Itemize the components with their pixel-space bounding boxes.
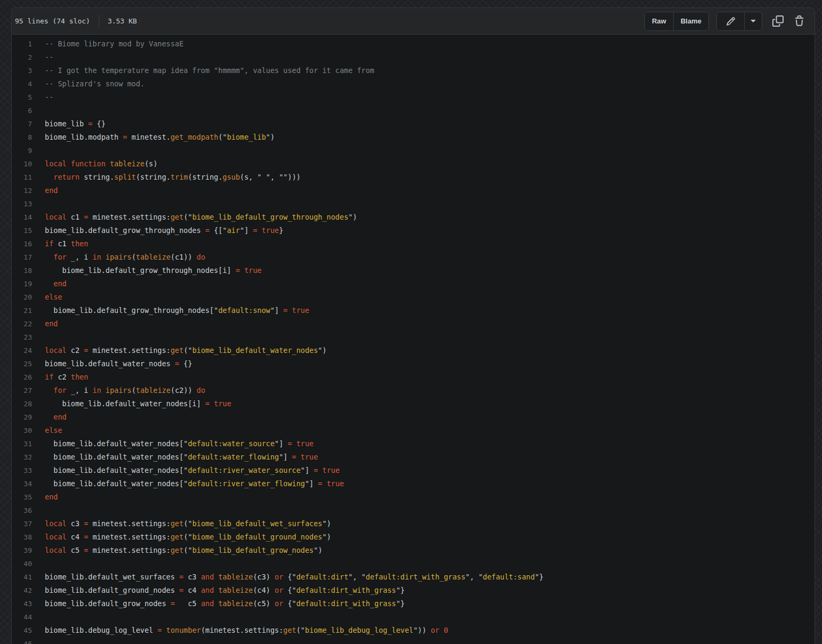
line-number[interactable]: 2 — [12, 51, 32, 64]
line-number[interactable]: 14 — [12, 211, 32, 224]
code-line: 25biome_lib.default_water_nodes = {} — [12, 357, 815, 371]
code-line: 4-- Splizard's snow mod. — [12, 77, 815, 91]
code-line: 42biome_lib.default_ground_nodes = c4 an… — [12, 584, 815, 597]
file-header: 95 lines (74 sloc) 3.53 KB Raw Blame — [12, 8, 815, 35]
code-line: 14local c1 = minetest.settings:get("biom… — [12, 211, 815, 224]
code-line: 41biome_lib.default_wet_surfaces = c3 an… — [12, 570, 815, 584]
line-number[interactable]: 3 — [12, 64, 32, 77]
edit-group — [716, 12, 762, 31]
line-content: for _, i in ipairs(tableize(c2)) do — [45, 384, 205, 397]
line-number[interactable]: 31 — [12, 437, 32, 450]
code-line: 12end — [12, 184, 815, 197]
line-number[interactable]: 17 — [12, 251, 32, 264]
code-line: 39local c5 = minetest.settings:get("biom… — [12, 544, 815, 557]
line-content: -- — [45, 51, 53, 64]
code-line: 7biome_lib = {} — [12, 117, 815, 131]
code-line: 44 — [12, 610, 815, 624]
line-number[interactable]: 24 — [12, 344, 32, 357]
line-number[interactable]: 12 — [12, 184, 32, 197]
line-content: local c4 = minetest.settings:get("biome_… — [45, 530, 331, 544]
line-content: biome_lib.default_water_nodes["default:r… — [45, 464, 340, 477]
line-number[interactable]: 6 — [12, 104, 32, 117]
line-number[interactable]: 43 — [12, 597, 32, 610]
line-number[interactable]: 8 — [12, 131, 32, 144]
code-line: 21 biome_lib.default_grow_through_nodes[… — [12, 304, 815, 317]
line-content: local c2 = minetest.settings:get("biome_… — [45, 344, 326, 357]
code-line: 37local c3 = minetest.settings:get("biom… — [12, 517, 815, 530]
line-number[interactable]: 33 — [12, 464, 32, 477]
line-number[interactable]: 21 — [12, 304, 32, 317]
line-content: biome_lib.default_water_nodes["default:w… — [45, 450, 318, 464]
line-content: end — [45, 277, 67, 291]
code-view: 1-- Biome library mod by VanessaE2--3-- … — [12, 35, 815, 644]
line-number[interactable]: 25 — [12, 357, 32, 371]
code-line: 43biome_lib.default_grow_nodes = c5 and … — [12, 597, 815, 610]
raw-button[interactable]: Raw — [645, 12, 673, 30]
line-number[interactable]: 29 — [12, 410, 32, 424]
line-number[interactable]: 40 — [12, 557, 32, 570]
chevron-down-icon — [751, 20, 756, 22]
code-line: 5-- — [12, 91, 815, 104]
line-number[interactable]: 35 — [12, 490, 32, 504]
line-number[interactable]: 26 — [12, 371, 32, 384]
code-line: 19 end — [12, 277, 815, 291]
line-number[interactable]: 16 — [12, 237, 32, 251]
line-number[interactable]: 23 — [12, 331, 32, 344]
line-content: end — [45, 317, 58, 331]
line-number[interactable]: 4 — [12, 77, 32, 91]
line-number[interactable]: 36 — [12, 504, 32, 517]
line-number[interactable]: 13 — [12, 197, 32, 211]
code-lines: 1-- Biome library mod by VanessaE2--3-- … — [12, 37, 815, 644]
blame-button[interactable]: Blame — [673, 12, 708, 30]
line-number[interactable]: 18 — [12, 264, 32, 277]
line-content: biome_lib.default_grow_through_nodes = {… — [45, 224, 283, 237]
line-number[interactable]: 30 — [12, 424, 32, 437]
code-line: 16if c1 then — [12, 237, 815, 251]
code-line: 36 — [12, 504, 815, 517]
code-line: 27 for _, i in ipairs(tableize(c2)) do — [12, 384, 815, 397]
line-number[interactable]: 11 — [12, 171, 32, 184]
line-number[interactable]: 39 — [12, 544, 32, 557]
line-content: biome_lib.default_water_nodes[i] = true — [45, 397, 232, 410]
line-number[interactable]: 9 — [12, 144, 32, 157]
line-number[interactable]: 10 — [12, 157, 32, 171]
line-content: biome_lib.default_water_nodes["default:r… — [45, 477, 344, 490]
code-line: 6 — [12, 104, 815, 117]
line-number[interactable]: 46 — [12, 637, 32, 644]
line-number[interactable]: 15 — [12, 224, 32, 237]
line-number[interactable]: 32 — [12, 450, 32, 464]
line-number[interactable]: 38 — [12, 530, 32, 544]
line-number[interactable]: 41 — [12, 570, 32, 584]
line-number[interactable]: 42 — [12, 584, 32, 597]
line-content: if c2 then — [45, 371, 88, 384]
line-number[interactable]: 1 — [12, 37, 32, 51]
code-line: 9 — [12, 144, 815, 157]
line-number[interactable]: 44 — [12, 610, 32, 624]
file-size: 3.53 KB — [108, 17, 137, 25]
edit-dropdown-button[interactable] — [744, 12, 762, 30]
code-line: 46 — [12, 637, 815, 644]
line-number[interactable]: 27 — [12, 384, 32, 397]
line-content: biome_lib.default_grow_through_nodes["de… — [45, 304, 309, 317]
copy-button[interactable] — [772, 15, 784, 27]
line-number[interactable]: 28 — [12, 397, 32, 410]
code-line: 23 — [12, 331, 815, 344]
line-number[interactable]: 37 — [12, 517, 32, 530]
edit-button[interactable] — [717, 12, 744, 30]
line-content: return string.split(string.trim(string.g… — [45, 171, 301, 184]
line-content: biome_lib.modpath = minetest.get_modpath… — [45, 131, 275, 144]
line-number[interactable]: 34 — [12, 477, 32, 490]
line-content: biome_lib.default_grow_nodes = c5 and ta… — [45, 597, 405, 610]
line-number[interactable]: 19 — [12, 277, 32, 291]
line-number[interactable]: 5 — [12, 91, 32, 104]
line-number[interactable]: 22 — [12, 317, 32, 331]
code-line: 3-- I got the temperature map idea from … — [12, 64, 815, 77]
code-line: 17 for _, i in ipairs(tableize(c1)) do — [12, 251, 815, 264]
line-number[interactable]: 20 — [12, 291, 32, 304]
delete-button[interactable] — [794, 15, 805, 27]
copy-icon — [772, 15, 784, 27]
code-line: 34 biome_lib.default_water_nodes["defaul… — [12, 477, 815, 490]
code-line: 24local c2 = minetest.settings:get("biom… — [12, 344, 815, 357]
line-number[interactable]: 7 — [12, 117, 32, 131]
line-number[interactable]: 45 — [12, 624, 32, 637]
